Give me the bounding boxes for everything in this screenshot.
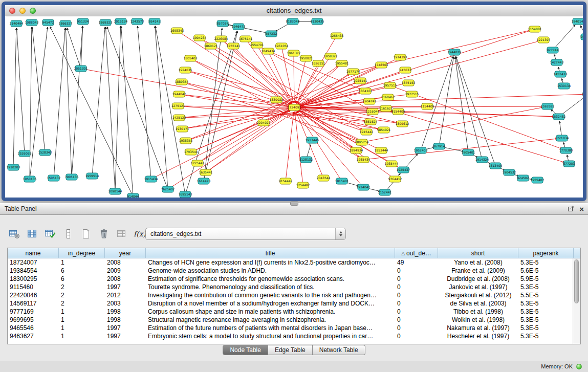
graph-node[interactable]: 927744: [547, 47, 559, 53]
minimize-window-button[interactable]: [19, 8, 26, 14]
close-panel-icon[interactable]: ×: [579, 205, 584, 213]
graph-node[interactable]: 1809612: [396, 121, 409, 127]
merge-table-icon[interactable]: [116, 228, 128, 240]
graph-node[interactable]: 7905136: [65, 174, 79, 180]
graph-node[interactable]: 1925437: [397, 167, 410, 173]
graph-node[interactable]: 557232: [266, 31, 277, 37]
column-header-name[interactable]: name: [8, 248, 59, 258]
graph-node[interactable]: 8130435: [311, 18, 324, 25]
row-tools-icon[interactable]: [62, 228, 74, 240]
tab-edge-table[interactable]: Edge Table: [268, 345, 313, 355]
graph-node[interactable]: 1724091: [288, 104, 301, 111]
graph-node[interactable]: 1243573: [130, 18, 144, 25]
graph-node[interactable]: 1593582: [541, 103, 555, 110]
table-row[interactable]: 1830029562008Estimation of significance …: [8, 275, 580, 283]
graph-node[interactable]: 1914042: [357, 184, 371, 190]
graph-node[interactable]: 1889354: [175, 79, 189, 85]
graph-node[interactable]: 1977174: [346, 69, 360, 75]
graph-node[interactable]: 1805403: [184, 55, 198, 61]
graph-node[interactable]: 9764412: [388, 176, 402, 182]
graph-node[interactable]: 1160467: [381, 94, 395, 100]
graph-node[interactable]: 1721034: [555, 135, 569, 141]
graph-node[interactable]: 1748503: [375, 62, 388, 68]
graph-node[interactable]: 1755141: [227, 43, 241, 49]
graph-node[interactable]: 867914: [433, 143, 445, 149]
import-table-icon[interactable]: [44, 228, 56, 240]
new-table-icon[interactable]: [80, 228, 92, 240]
graph-node[interactable]: 677203: [563, 161, 575, 167]
graph-node[interactable]: 1957515: [383, 82, 397, 89]
function-builder-icon[interactable]: f(x): [134, 228, 146, 240]
graph-node[interactable]: 1895754: [355, 139, 369, 145]
graph-node[interactable]: 1958327: [324, 53, 338, 59]
graph-node[interactable]: 1255438: [330, 33, 344, 39]
graph-node[interactable]: 1554701: [250, 42, 264, 48]
network-canvas[interactable]: 2140494108804394547218663279513341869323…: [5, 16, 583, 198]
graph-node[interactable]: 1793544: [184, 149, 198, 155]
zoom-window-button[interactable]: [30, 8, 36, 14]
graph-node[interactable]: 1944042: [172, 91, 186, 97]
graph-node[interactable]: 1950821: [299, 55, 313, 61]
graph-node[interactable]: 1940143: [572, 18, 583, 25]
graph-node[interactable]: 1425123: [172, 115, 186, 121]
graph-node[interactable]: 1935444: [385, 161, 399, 167]
graph-node[interactable]: 1635441: [199, 169, 213, 176]
graph-node[interactable]: 1830022: [270, 97, 284, 103]
network-graph-svg[interactable]: 2140494108804394547218663279513341869323…: [5, 16, 583, 198]
graph-node[interactable]: 7695143: [179, 191, 192, 198]
graph-node[interactable]: 1974393: [394, 54, 407, 60]
graph-node[interactable]: 1675141: [239, 36, 253, 42]
graph-node[interactable]: 1528343: [38, 149, 52, 156]
graph-node[interactable]: 924502: [517, 175, 529, 181]
table-row[interactable]: 2242004622012Investigating the contribut…: [8, 291, 580, 299]
table-row[interactable]: 969969511998Structural magnetic resonanc…: [8, 316, 580, 324]
graph-node[interactable]: 1815401: [335, 178, 349, 184]
graph-node[interactable]: 1505137: [47, 175, 61, 181]
graph-node[interactable]: 1154081: [528, 26, 542, 32]
graph-node[interactable]: 1161627: [379, 105, 393, 112]
graph-node[interactable]: 1854921: [377, 127, 391, 133]
panel-splitter-grip[interactable]: [290, 201, 298, 206]
graph-node[interactable]: 945472: [42, 19, 54, 26]
graph-node[interactable]: 1869323: [99, 19, 113, 26]
graph-node[interactable]: 1770380: [559, 147, 573, 154]
table-selector-combobox[interactable]: citations_edges.txt: [145, 228, 346, 240]
table-row[interactable]: 1938455462009Genome-wide association stu…: [8, 267, 580, 275]
graph-node[interactable]: 1698343: [170, 28, 184, 34]
table-settings-icon[interactable]: [8, 228, 20, 240]
select-columns-icon[interactable]: [26, 228, 38, 240]
graph-node[interactable]: 1725441: [191, 160, 205, 166]
graph-node[interactable]: 2025141: [354, 78, 367, 84]
table-row[interactable]: 946362711997Embryonic stem cells: a mode…: [8, 332, 580, 340]
graph-node[interactable]: 1904532: [503, 169, 516, 176]
graph-node[interactable]: 857034: [217, 20, 229, 27]
graph-node[interactable]: 8183043: [286, 18, 300, 25]
graph-node[interactable]: 914044: [127, 193, 139, 198]
float-panel-icon[interactable]: [568, 205, 574, 214]
graph-node[interactable]: 1930171: [176, 126, 189, 132]
graph-node[interactable]: 2043544: [317, 175, 331, 181]
graph-node[interactable]: 9154409: [391, 108, 405, 115]
graph-node[interactable]: 1864161: [359, 88, 373, 94]
table-row[interactable]: 1872400712008Changes of HCN gene express…: [8, 258, 580, 267]
graph-node[interactable]: 1813405: [489, 163, 503, 169]
graph-node[interactable]: 954143: [149, 18, 161, 25]
graph-node[interactable]: 8128132: [299, 157, 313, 163]
graph-node[interactable]: 1875153: [402, 80, 416, 86]
graph-node[interactable]: 2090144: [108, 188, 122, 194]
graph-node[interactable]: 1532482: [552, 114, 566, 120]
graph-node[interactable]: 1915434: [144, 176, 158, 182]
graph-node[interactable]: 1915442: [360, 129, 374, 135]
graph-node[interactable]: 1977515: [405, 91, 419, 97]
graph-node[interactable]: 2204024: [257, 120, 271, 126]
delete-table-icon[interactable]: [98, 228, 110, 240]
graph-node[interactable]: 1614473: [197, 178, 211, 184]
table-row[interactable]: 946554611997Estimation of the future num…: [8, 324, 580, 332]
graph-node[interactable]: 1904234: [193, 35, 207, 41]
graph-node[interactable]: 1894934: [350, 147, 363, 154]
graph-node[interactable]: 1950135: [23, 176, 37, 182]
graph-node[interactable]: 1254482: [296, 182, 310, 188]
graph-node[interactable]: 1221397: [537, 37, 551, 43]
graph-node[interactable]: 2140494: [10, 20, 24, 27]
graph-node[interactable]: 1905401: [462, 149, 475, 156]
